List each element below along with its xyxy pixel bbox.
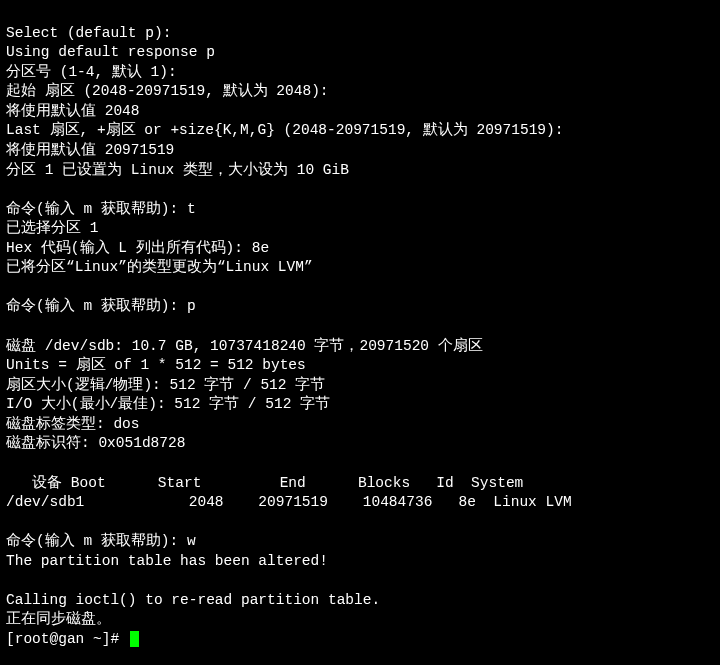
- terminal-output[interactable]: Select (default p):Using default respons…: [0, 0, 720, 665]
- terminal-line: 设备 Boot Start End Blocks Id System: [6, 474, 714, 494]
- shell-prompt: [root@gan ~]#: [6, 631, 128, 647]
- terminal-line: Last 扇区, +扇区 or +size{K,M,G} (2048-20971…: [6, 121, 714, 141]
- terminal-line: Using default response p: [6, 43, 714, 63]
- terminal-line: [6, 571, 714, 591]
- terminal-line: The partition table has been altered!: [6, 552, 714, 572]
- terminal-line: [6, 513, 714, 533]
- terminal-line: 磁盘 /dev/sdb: 10.7 GB, 10737418240 字节，209…: [6, 337, 714, 357]
- terminal-line: I/O 大小(最小/最佳): 512 字节 / 512 字节: [6, 395, 714, 415]
- terminal-line: [6, 278, 714, 298]
- terminal-line: 磁盘标签类型: dos: [6, 415, 714, 435]
- terminal-line: [6, 317, 714, 337]
- terminal-line: 已将分区“Linux”的类型更改为“Linux LVM”: [6, 258, 714, 278]
- terminal-line: 分区 1 已设置为 Linux 类型，大小设为 10 GiB: [6, 161, 714, 181]
- terminal-line: Select (default p):: [6, 24, 714, 44]
- terminal-line: [6, 454, 714, 474]
- terminal-line: /dev/sdb1 2048 20971519 10484736 8e Linu…: [6, 493, 714, 513]
- terminal-line: Units = 扇区 of 1 * 512 = 512 bytes: [6, 356, 714, 376]
- terminal-line: 已选择分区 1: [6, 219, 714, 239]
- terminal-line: [6, 180, 714, 200]
- terminal-line: 起始 扇区 (2048-20971519, 默认为 2048):: [6, 82, 714, 102]
- terminal-line: 分区号 (1-4, 默认 1):: [6, 63, 714, 83]
- terminal-line: Hex 代码(输入 L 列出所有代码): 8e: [6, 239, 714, 259]
- terminal-line: 将使用默认值 20971519: [6, 141, 714, 161]
- terminal-line: Calling ioctl() to re-read partition tab…: [6, 591, 714, 611]
- terminal-line: 磁盘标识符: 0x051d8728: [6, 434, 714, 454]
- cursor: [130, 631, 139, 647]
- terminal-line: 命令(输入 m 获取帮助): w: [6, 532, 714, 552]
- prompt-line[interactable]: [root@gan ~]#: [6, 630, 714, 650]
- terminal-line: 命令(输入 m 获取帮助): p: [6, 297, 714, 317]
- terminal-line: 命令(输入 m 获取帮助): t: [6, 200, 714, 220]
- terminal-line: 扇区大小(逻辑/物理): 512 字节 / 512 字节: [6, 376, 714, 396]
- terminal-line: 正在同步磁盘。: [6, 610, 714, 630]
- terminal-line: 将使用默认值 2048: [6, 102, 714, 122]
